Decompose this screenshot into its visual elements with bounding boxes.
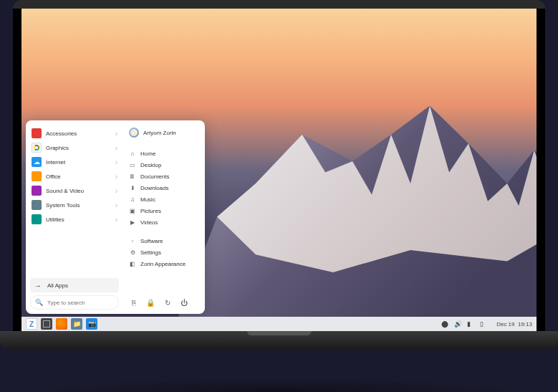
menu-categories-pane: Accessories›Graphics›Internet›Office›Sou… xyxy=(26,120,123,314)
category-label: System Tools xyxy=(46,202,115,209)
category-utilities[interactable]: Utilities› xyxy=(29,212,120,226)
category-label: Accessories xyxy=(46,130,115,137)
chevron-right-icon: › xyxy=(115,158,117,166)
syslink-label: Software xyxy=(140,238,163,244)
downloads-icon: ⬇ xyxy=(129,185,136,191)
category-graphics[interactable]: Graphics› xyxy=(29,140,120,155)
ico-sound-icon xyxy=(32,186,42,196)
notification-icon[interactable]: ▯ xyxy=(480,320,489,328)
category-label: Utilities xyxy=(46,216,115,223)
user-button[interactable]: Artyom Zorin xyxy=(126,126,202,139)
ico-graphics-icon xyxy=(32,143,42,153)
chevron-right-icon: › xyxy=(115,144,117,152)
search-icon: 🔍 xyxy=(35,299,43,306)
start-button[interactable] xyxy=(26,318,37,330)
place-documents[interactable]: 🗎Documents xyxy=(126,171,202,182)
desktop-wallpaper: Accessories›Graphics›Internet›Office›Sou… xyxy=(21,9,537,331)
ico-accessories-icon xyxy=(32,128,42,138)
power-row: ⎘ 🔒 ↻ ⏻ xyxy=(126,299,202,311)
all-apps-button[interactable]: → All Apps xyxy=(30,278,119,292)
syslink-zorin-appearance[interactable]: ◧Zorin Appearance xyxy=(126,258,202,269)
place-music[interactable]: ♫Music xyxy=(126,193,202,205)
category-sound-video[interactable]: Sound & Video› xyxy=(29,183,120,198)
chevron-right-icon: › xyxy=(115,187,117,195)
syslink-label: Settings xyxy=(140,249,161,256)
category-label: Sound & Video xyxy=(46,188,115,194)
category-accessories[interactable]: Accessories› xyxy=(29,126,120,140)
place-desktop[interactable]: ▭Desktop xyxy=(126,159,202,171)
firefox-launcher[interactable] xyxy=(56,318,67,330)
syslink-settings[interactable]: ⚙Settings xyxy=(126,247,202,258)
arrow-right-icon: → xyxy=(34,282,42,290)
network-icon[interactable]: ⬤ xyxy=(441,320,450,328)
home-icon: ⌂ xyxy=(129,150,136,157)
zorin-appearance-icon: ◧ xyxy=(129,261,136,267)
logout-button[interactable]: ⎘ xyxy=(132,299,136,307)
software-icon: ▫ xyxy=(129,238,136,244)
category-label: Internet xyxy=(46,159,115,166)
chevron-right-icon: › xyxy=(115,173,117,181)
pictures-icon: ▣ xyxy=(129,208,136,214)
search-box[interactable]: 🔍 xyxy=(30,295,119,310)
chevron-right-icon: › xyxy=(115,216,117,224)
all-apps-label: All Apps xyxy=(47,282,68,289)
avatar xyxy=(129,128,139,138)
ico-utilities-icon xyxy=(32,214,42,224)
desktop-icon: ▭ xyxy=(129,162,136,168)
place-pictures[interactable]: ▣Pictures xyxy=(126,205,202,216)
start-menu: Accessories›Graphics›Internet›Office›Sou… xyxy=(26,120,205,314)
place-label: Music xyxy=(140,196,155,203)
files-launcher[interactable] xyxy=(71,318,82,330)
category-label: Graphics xyxy=(46,145,115,151)
settings-icon: ⚙ xyxy=(129,249,136,256)
menu-places-pane: Artyom Zorin ⌂Home▭Desktop🗎Documents⬇Dow… xyxy=(123,120,205,314)
battery-icon[interactable]: ▮ xyxy=(467,320,476,328)
place-videos[interactable]: ▶Videos xyxy=(126,216,202,228)
chevron-right-icon: › xyxy=(115,130,117,138)
syslink-software[interactable]: ▫Software xyxy=(126,235,202,247)
place-label: Documents xyxy=(140,173,169,180)
place-label: Downloads xyxy=(140,185,169,191)
ico-system-icon xyxy=(32,200,42,210)
ico-office-icon xyxy=(32,171,42,181)
workspace-switcher[interactable] xyxy=(41,318,52,330)
shutdown-button[interactable]: ⏻ xyxy=(181,299,188,307)
taskbar: ⬤ 🔊 ▮ ▯ Dec 19 19:13 xyxy=(21,317,537,331)
ico-internet-icon xyxy=(32,157,42,167)
place-label: Videos xyxy=(140,219,158,226)
category-office[interactable]: Office› xyxy=(29,169,120,183)
lock-button[interactable]: 🔒 xyxy=(146,299,155,307)
screenshot-launcher[interactable] xyxy=(86,318,97,330)
chevron-right-icon: › xyxy=(115,201,117,209)
place-label: Pictures xyxy=(140,208,161,214)
volume-icon[interactable]: 🔊 xyxy=(454,320,463,328)
search-input[interactable] xyxy=(47,300,114,306)
place-label: Desktop xyxy=(140,162,161,168)
category-internet[interactable]: Internet› xyxy=(29,155,120,169)
place-home[interactable]: ⌂Home xyxy=(126,148,202,159)
videos-icon: ▶ xyxy=(129,219,136,226)
category-label: Office xyxy=(46,173,115,180)
documents-icon: 🗎 xyxy=(129,173,136,180)
user-name-label: Artyom Zorin xyxy=(143,130,176,136)
category-system-tools[interactable]: System Tools› xyxy=(29,198,120,212)
place-label: Home xyxy=(140,150,155,157)
restart-button[interactable]: ↻ xyxy=(165,299,170,307)
place-downloads[interactable]: ⬇Downloads xyxy=(126,182,202,193)
syslink-label: Zorin Appearance xyxy=(140,261,186,267)
music-icon: ♫ xyxy=(129,196,136,203)
taskbar-date[interactable]: Dec 19 19:13 xyxy=(496,321,532,328)
